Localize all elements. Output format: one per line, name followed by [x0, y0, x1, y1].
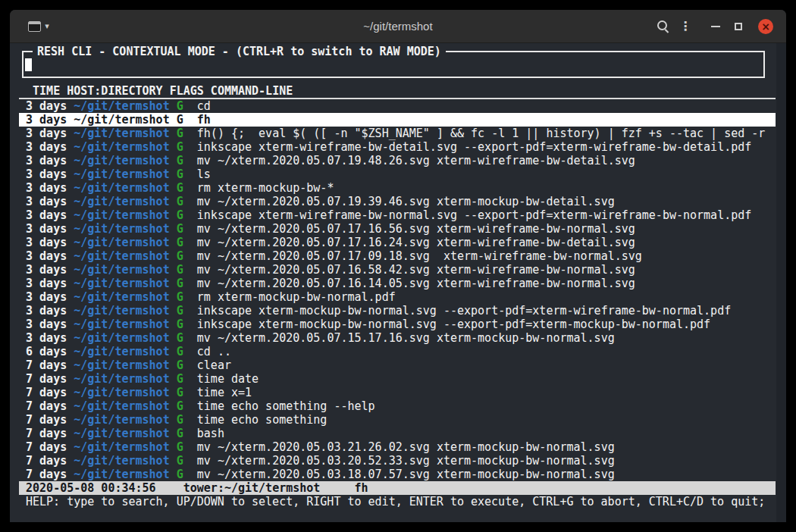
- row-flags: G: [170, 222, 183, 236]
- history-row[interactable]: 3 days ~/git/termshot G inkscape xterm-w…: [19, 208, 776, 222]
- row-host: ~/git/termshot: [67, 331, 169, 345]
- restore-button[interactable]: [727, 15, 750, 38]
- row-host: ~/git/termshot: [67, 345, 169, 358]
- row-time: 3 days: [19, 195, 67, 208]
- row-command: time echo something: [183, 413, 327, 427]
- row-command: time date: [183, 372, 259, 386]
- history-row[interactable]: 3 days ~/git/termshot G inkscape xterm-m…: [19, 318, 776, 331]
- row-host: ~/git/termshot: [67, 427, 169, 440]
- search-button[interactable]: [651, 15, 674, 38]
- row-time: 7 days: [19, 454, 67, 468]
- row-time: 3 days: [19, 222, 67, 236]
- row-command: time echo something --help: [183, 399, 375, 413]
- history-row[interactable]: 7 days ~/git/termshot G time date: [19, 372, 776, 386]
- history-row[interactable]: 3 days ~/git/termshot G mv ~/xterm.2020.…: [19, 154, 776, 167]
- history-row[interactable]: 3 days ~/git/termshot G rm xterm-mockup-…: [19, 181, 776, 195]
- row-command: inkscape xterm-wireframe-bw-detail.svg -…: [183, 140, 752, 154]
- row-flags: G: [170, 331, 183, 345]
- row-flags: G: [170, 167, 183, 181]
- kebab-menu-icon: ⋮: [679, 19, 691, 33]
- history-row[interactable]: 3 days ~/git/termshot G mv ~/xterm.2020.…: [19, 263, 776, 277]
- history-row[interactable]: 3 days ~/git/termshot G inkscape xterm-m…: [19, 304, 776, 318]
- row-host: ~/git/termshot: [67, 181, 169, 195]
- history-row[interactable]: 3 days ~/git/termshot G cd: [19, 99, 776, 113]
- row-flags: G: [170, 127, 183, 140]
- row-command: mv ~/xterm.2020.05.07.16.14.05.svg xterm…: [183, 277, 635, 290]
- row-time: 7 days: [19, 372, 67, 386]
- terminal-content[interactable]: RESH CLI - CONTEXTUAL MODE - (CTRL+R to …: [10, 43, 786, 522]
- row-flags: G: [170, 413, 183, 427]
- row-time: 3 days: [19, 290, 67, 304]
- row-time: 3 days: [19, 236, 67, 249]
- history-row[interactable]: 3 days ~/git/termshot G fh() {; eval $( …: [19, 127, 776, 140]
- row-flags: G: [170, 195, 183, 208]
- menu-button[interactable]: ⋮: [674, 15, 697, 38]
- close-button[interactable]: ×: [754, 15, 777, 38]
- history-row[interactable]: 3 days ~/git/termshot G inkscape xterm-w…: [19, 140, 776, 154]
- row-flags: G: [170, 454, 183, 468]
- row-time: 7 days: [19, 358, 67, 372]
- history-row[interactable]: 3 days ~/git/termshot G ls: [19, 167, 776, 181]
- row-time: 7 days: [19, 440, 67, 454]
- history-row[interactable]: 7 days ~/git/termshot G mv ~/xterm.2020.…: [19, 454, 776, 468]
- history-row[interactable]: 7 days ~/git/termshot G clear: [19, 358, 776, 372]
- scrollbar[interactable]: [776, 43, 786, 522]
- terminal-window: ▾ ~/git/termshot ⋮ × RESH CLI - CONTEXTU: [10, 10, 786, 522]
- terminal-tab-icon: [28, 21, 41, 32]
- row-command: mv ~/xterm.2020.05.07.19.39.46.svg xterm…: [183, 195, 615, 208]
- history-row[interactable]: 7 days ~/git/termshot G time x=1: [19, 386, 776, 399]
- history-row[interactable]: 3 days ~/git/termshot G mv ~/xterm.2020.…: [19, 195, 776, 208]
- row-flags: G: [170, 249, 183, 263]
- row-flags: G: [170, 304, 183, 318]
- history-row[interactable]: 6 days ~/git/termshot G cd ..: [19, 345, 776, 358]
- minimize-button[interactable]: [704, 15, 727, 38]
- row-flags: G: [170, 154, 183, 167]
- history-row[interactable]: 7 days ~/git/termshot G time echo someth…: [19, 413, 776, 427]
- row-host: ~/git/termshot: [67, 304, 169, 318]
- row-command: mv ~/xterm.2020.05.03.18.07.57.svg xterm…: [183, 468, 615, 481]
- row-flags: G: [170, 113, 183, 127]
- row-flags: G: [170, 99, 183, 113]
- history-row[interactable]: 7 days ~/git/termshot G time echo someth…: [19, 399, 776, 413]
- history-row[interactable]: 3 days ~/git/termshot G mv ~/xterm.2020.…: [19, 236, 776, 249]
- row-time: 7 days: [19, 399, 67, 413]
- history-table-header: TIME HOST:DIRECTORY FLAGS COMMAND-LINE: [19, 84, 776, 99]
- row-host: ~/git/termshot: [67, 318, 169, 331]
- row-time: 3 days: [19, 249, 67, 263]
- row-flags: G: [170, 208, 183, 222]
- history-row[interactable]: 3 days ~/git/termshot G mv ~/xterm.2020.…: [19, 331, 776, 345]
- row-command: mv ~/xterm.2020.05.07.17.16.56.svg xterm…: [183, 222, 635, 236]
- row-time: 3 days: [19, 113, 67, 127]
- history-row[interactable]: 3 days ~/git/termshot G mv ~/xterm.2020.…: [19, 222, 776, 236]
- history-row[interactable]: 3 days ~/git/termshot G fh: [19, 113, 776, 127]
- row-command: bash: [183, 427, 224, 440]
- row-flags: G: [170, 263, 183, 277]
- row-time: 3 days: [19, 208, 67, 222]
- row-command: cd ..: [183, 345, 231, 358]
- new-tab-button[interactable]: ▾: [19, 15, 58, 38]
- history-list: 3 days ~/git/termshot G cd 3 days ~/git/…: [19, 99, 776, 481]
- history-row[interactable]: 7 days ~/git/termshot G mv ~/xterm.2020.…: [19, 468, 776, 481]
- history-row[interactable]: 7 days ~/git/termshot G bash: [19, 427, 776, 440]
- row-host: ~/git/termshot: [67, 167, 169, 181]
- history-row[interactable]: 7 days ~/git/termshot G mv ~/xterm.2020.…: [19, 440, 776, 454]
- row-host: ~/git/termshot: [67, 208, 169, 222]
- chevron-down-icon: ▾: [45, 21, 49, 31]
- resh-search-box[interactable]: RESH CLI - CONTEXTUAL MODE - (CTRL+R to …: [22, 51, 765, 78]
- row-host: ~/git/termshot: [67, 99, 169, 113]
- row-host: ~/git/termshot: [67, 140, 169, 154]
- history-row[interactable]: 3 days ~/git/termshot G mv ~/xterm.2020.…: [19, 277, 776, 290]
- titlebar[interactable]: ▾ ~/git/termshot ⋮ ×: [10, 10, 786, 43]
- row-time: 7 days: [19, 427, 67, 440]
- row-host: ~/git/termshot: [67, 113, 169, 127]
- resh-mode-title: RESH CLI - CONTEXTUAL MODE - (CTRL+R to …: [33, 45, 446, 58]
- row-flags: G: [170, 399, 183, 413]
- row-command: mv ~/xterm.2020.05.07.15.17.16.svg xterm…: [183, 331, 615, 345]
- help-line: HELP: type to search, UP/DOWN to select,…: [19, 495, 776, 509]
- row-command: inkscape xterm-wireframe-bw-normal.svg -…: [183, 208, 752, 222]
- titlebar-left: ▾: [19, 15, 58, 38]
- row-time: 6 days: [19, 345, 67, 358]
- history-row[interactable]: 3 days ~/git/termshot G mv ~/xterm.2020.…: [19, 249, 776, 263]
- history-row[interactable]: 3 days ~/git/termshot G rm xterm-mockup-…: [19, 290, 776, 304]
- row-host: ~/git/termshot: [67, 195, 169, 208]
